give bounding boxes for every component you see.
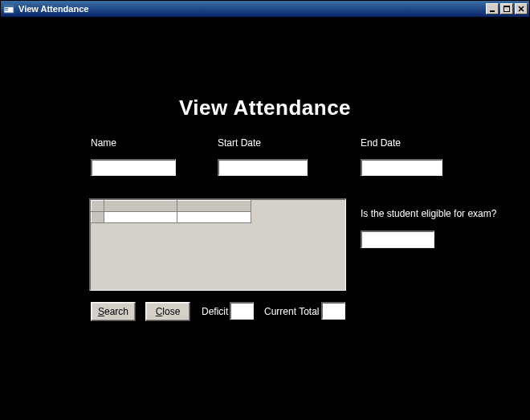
close-button[interactable]: Close bbox=[145, 302, 190, 321]
current-total-output bbox=[321, 302, 345, 320]
svg-rect-6 bbox=[503, 6, 510, 7]
grid-cell[interactable] bbox=[104, 212, 177, 223]
start-date-input[interactable] bbox=[218, 159, 308, 176]
grid-table bbox=[91, 200, 251, 223]
svg-rect-3 bbox=[5, 10, 8, 10]
app-icon bbox=[2, 2, 15, 15]
grid-row bbox=[92, 212, 251, 223]
svg-rect-4 bbox=[490, 10, 495, 12]
search-button-rest: earch bbox=[104, 306, 128, 317]
attendance-grid[interactable] bbox=[89, 198, 346, 291]
window-title: View Attendance bbox=[18, 4, 88, 14]
name-label: Name bbox=[91, 137, 116, 149]
titlebar-buttons bbox=[486, 3, 528, 14]
grid-header-cell[interactable] bbox=[104, 201, 177, 212]
grid-header-row bbox=[92, 201, 251, 212]
maximize-button[interactable] bbox=[500, 3, 513, 14]
name-input[interactable] bbox=[91, 159, 176, 176]
grid-row-header[interactable] bbox=[92, 212, 104, 223]
close-button-rest: lose bbox=[162, 306, 180, 317]
eligible-input[interactable] bbox=[361, 230, 434, 248]
minimize-button[interactable] bbox=[486, 3, 499, 14]
svg-rect-2 bbox=[5, 8, 8, 9]
client-area: View Attendance Name Start Date End Date bbox=[1, 17, 529, 419]
titlebar-left: View Attendance bbox=[2, 2, 88, 15]
deficit-label: Deficit bbox=[202, 306, 228, 317]
grid-cell[interactable] bbox=[177, 212, 251, 223]
grid-corner-cell bbox=[92, 201, 104, 212]
end-date-input[interactable] bbox=[361, 159, 442, 176]
grid-header-cell[interactable] bbox=[177, 201, 251, 212]
start-date-label: Start Date bbox=[218, 137, 261, 149]
app-window: View Attendance View Attendance Name Sta… bbox=[0, 0, 530, 420]
search-button[interactable]: Search bbox=[91, 302, 136, 321]
close-window-button[interactable] bbox=[515, 3, 528, 14]
end-date-label: End Date bbox=[361, 137, 401, 149]
page-title: View Attendance bbox=[1, 96, 529, 120]
deficit-output bbox=[230, 302, 254, 320]
titlebar: View Attendance bbox=[1, 1, 529, 17]
eligible-label: Is the student eligible for exam? bbox=[361, 208, 496, 219]
svg-rect-1 bbox=[4, 5, 14, 7]
current-total-label: Current Total bbox=[264, 306, 319, 317]
